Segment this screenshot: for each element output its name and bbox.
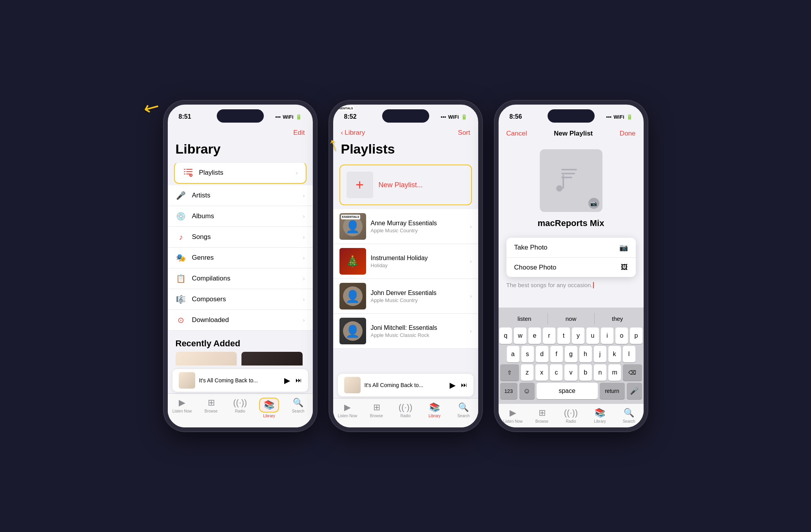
tab2-radio[interactable]: ((·)) Radio bbox=[394, 402, 417, 418]
numbers-key[interactable]: 123 bbox=[500, 383, 517, 399]
key-i[interactable]: i bbox=[601, 328, 613, 344]
tab3-listen-now[interactable]: ▶ Listen Now bbox=[501, 408, 525, 423]
suggestion-they[interactable]: they bbox=[594, 313, 640, 324]
tab-bar-3: ▶ Listen Now ⊞ Browse ((·)) Radio 📚 Libr… bbox=[499, 404, 644, 427]
key-e[interactable]: e bbox=[528, 328, 541, 344]
recently-added-header: Recently Added bbox=[168, 331, 313, 352]
suggestion-now[interactable]: now bbox=[548, 313, 594, 324]
wifi-icon: WiFi bbox=[283, 114, 293, 120]
key-q[interactable]: q bbox=[499, 328, 512, 344]
playlist-art-thumb[interactable]: 📷 bbox=[540, 149, 602, 212]
svg-point-11 bbox=[556, 185, 562, 192]
albums-icon: 💿 bbox=[176, 211, 187, 222]
play-button[interactable]: ▶ bbox=[284, 376, 290, 385]
shift-key[interactable]: ⇧ bbox=[500, 364, 519, 381]
key-x[interactable]: x bbox=[535, 364, 548, 381]
tab2-listen-now[interactable]: ▶ Listen Now bbox=[336, 402, 359, 418]
done-button[interactable]: Done bbox=[620, 130, 636, 138]
playlist-anne[interactable]: ESSENTIALS 👤 Anne Murray Essentials Appl… bbox=[333, 209, 478, 244]
key-c[interactable]: c bbox=[550, 364, 562, 381]
tab-search[interactable]: 🔍 Search bbox=[287, 398, 310, 413]
tab3-search[interactable]: 🔍 Search bbox=[617, 408, 641, 423]
playlist-instrumental[interactable]: 🎄 Instrumental Holiday Holiday › bbox=[333, 244, 478, 279]
dark-album[interactable]: ▶ bbox=[241, 352, 303, 366]
return-key[interactable]: return bbox=[600, 383, 625, 399]
john-silhouette: 👤 bbox=[343, 286, 363, 306]
key-f[interactable]: f bbox=[550, 346, 563, 362]
skip-button-2[interactable]: ⏭ bbox=[461, 382, 467, 389]
key-b[interactable]: b bbox=[579, 364, 592, 381]
key-g[interactable]: g bbox=[565, 346, 577, 362]
songs-item[interactable]: ♪ Songs › bbox=[168, 227, 313, 248]
emoji-key[interactable]: ☺ bbox=[519, 383, 535, 399]
key-w[interactable]: w bbox=[514, 328, 526, 344]
tab-library-active[interactable]: 📚 Library bbox=[258, 398, 281, 418]
delete-key[interactable]: ⌫ bbox=[623, 364, 642, 381]
key-a[interactable]: a bbox=[507, 346, 519, 362]
camera-badge[interactable]: 📷 bbox=[588, 198, 599, 209]
key-v[interactable]: v bbox=[564, 364, 577, 381]
choose-photo-label: Choose Photo bbox=[514, 264, 557, 271]
playlist-john[interactable]: ESSENTIALS 👤 John Denver Essentials Appl… bbox=[333, 279, 478, 314]
key-t[interactable]: t bbox=[557, 328, 570, 344]
anne-info: Anne Murray Essentials Apple Music Count… bbox=[371, 220, 470, 233]
tab-radio[interactable]: ((·)) Radio bbox=[229, 398, 252, 413]
choose-photo-option[interactable]: Choose Photo 🖼 bbox=[506, 258, 636, 277]
key-z[interactable]: z bbox=[521, 364, 533, 381]
edit-button[interactable]: Edit bbox=[293, 129, 305, 137]
skip-button[interactable]: ⏭ bbox=[296, 377, 302, 384]
key-j[interactable]: j bbox=[594, 346, 606, 362]
tab2-library[interactable]: 📚 Library bbox=[423, 402, 446, 418]
key-k[interactable]: k bbox=[608, 346, 621, 362]
now-playing-bar-2[interactable]: It's All Coming Back to... ▶ ⏭ bbox=[338, 373, 474, 396]
key-p[interactable]: p bbox=[630, 328, 642, 344]
composers-item[interactable]: 🎼 Composers › bbox=[168, 289, 313, 310]
back-button[interactable]: ‹ Library bbox=[341, 129, 365, 137]
search-icon-2: 🔍 bbox=[458, 402, 469, 413]
battery-icon: 🔋 bbox=[296, 114, 302, 120]
library-label-3: Library bbox=[594, 419, 606, 423]
sort-button[interactable]: Sort bbox=[458, 129, 470, 137]
search-label-3: Search bbox=[623, 419, 635, 423]
playlist-joni[interactable]: ESSENTIALS 👤 Joni Mitchell: Essentials A… bbox=[333, 314, 478, 349]
now-playing-thumb bbox=[179, 372, 195, 389]
tab3-radio[interactable]: ((·)) Radio bbox=[559, 408, 583, 423]
key-n[interactable]: n bbox=[594, 364, 606, 381]
key-d[interactable]: d bbox=[536, 346, 548, 362]
key-o[interactable]: o bbox=[615, 328, 628, 344]
key-l[interactable]: l bbox=[623, 346, 635, 362]
dynamic-island-2 bbox=[382, 109, 429, 123]
tab2-browse[interactable]: ⊞ Browse bbox=[365, 402, 388, 418]
library-nav: Edit bbox=[168, 126, 313, 140]
downloaded-item[interactable]: ⊙ Downloaded › bbox=[168, 310, 313, 331]
suggestion-listen[interactable]: listen bbox=[502, 313, 548, 324]
key-y[interactable]: y bbox=[572, 328, 584, 344]
space-key[interactable]: space bbox=[537, 383, 598, 399]
key-s[interactable]: s bbox=[521, 346, 534, 362]
take-photo-option[interactable]: Take Photo 📷 bbox=[506, 238, 636, 258]
tab3-library[interactable]: 📚 Library bbox=[588, 408, 612, 423]
now-playing-bar[interactable]: It's All Coming Back to... ▶ ⏭ bbox=[172, 369, 308, 392]
playlists-item[interactable]: Playlists › bbox=[174, 162, 307, 184]
tab-browse[interactable]: ⊞ Browse bbox=[200, 398, 223, 413]
key-r[interactable]: r bbox=[543, 328, 555, 344]
now-playing-title-2: It's All Coming Back to... bbox=[365, 382, 450, 388]
tab3-browse[interactable]: ⊞ Browse bbox=[530, 408, 554, 423]
artists-item[interactable]: 🎤 Artists › bbox=[168, 185, 313, 206]
tab-listen-now[interactable]: ▶ Listen Now bbox=[171, 398, 194, 413]
songs-icon: ♪ bbox=[176, 232, 187, 242]
cancel-button[interactable]: Cancel bbox=[506, 130, 527, 138]
new-playlist-button[interactable]: + New Playlist... bbox=[339, 165, 472, 205]
microphone-key[interactable]: 🎤 bbox=[627, 383, 642, 399]
key-u[interactable]: u bbox=[586, 328, 599, 344]
key-m[interactable]: m bbox=[608, 364, 621, 381]
key-h[interactable]: h bbox=[579, 346, 592, 362]
celine-album[interactable]: FALLING INTO YOU CélineDION bbox=[176, 352, 237, 366]
play-button-2[interactable]: ▶ bbox=[450, 380, 455, 390]
albums-item[interactable]: 💿 Albums › bbox=[168, 206, 313, 227]
genres-item[interactable]: 🎭 Genres › bbox=[168, 248, 313, 268]
joni-thumb: ESSENTIALS 👤 bbox=[339, 318, 366, 344]
tab2-search[interactable]: 🔍 Search bbox=[452, 402, 475, 418]
compilations-item[interactable]: 📋 Compilations › bbox=[168, 268, 313, 289]
downloaded-icon: ⊙ bbox=[176, 315, 187, 326]
